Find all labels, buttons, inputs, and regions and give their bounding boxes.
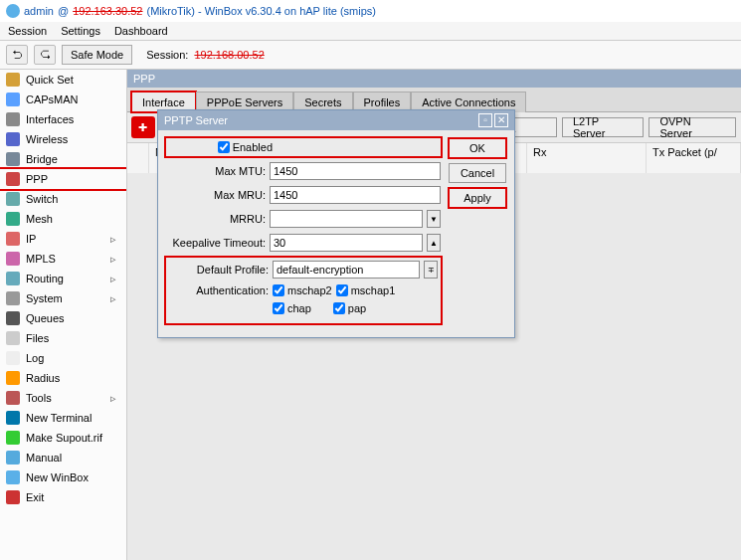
default-profile-input[interactable]: [273, 261, 420, 279]
sidebar-item-log[interactable]: Log: [0, 348, 126, 368]
sidebar-item-label: Tools: [26, 392, 52, 404]
sidebar-item-ppp[interactable]: PPP: [0, 169, 126, 189]
sidebar-item-label: IP: [26, 233, 36, 245]
sidebar-item-new-terminal[interactable]: New Terminal: [0, 408, 126, 428]
apply-button[interactable]: Apply: [449, 188, 506, 208]
sidebar-icon: [6, 112, 20, 126]
sidebar-icon: [6, 470, 20, 484]
ovpn-server-button[interactable]: OVPN Server: [648, 117, 736, 137]
l2tp-server-button[interactable]: L2TP Server: [562, 117, 645, 137]
sidebar-icon: [6, 232, 20, 246]
sidebar-item-label: Wireless: [26, 133, 68, 145]
safe-mode-button[interactable]: Safe Mode: [62, 45, 132, 65]
chevron-right-icon: ▹: [106, 292, 120, 305]
cancel-button[interactable]: Cancel: [449, 163, 506, 183]
app-icon: [6, 4, 20, 18]
sidebar-icon: [6, 212, 20, 226]
dialog-title: PPTP Server: [164, 114, 228, 126]
session-toolbar: ⮌ ⮎ Safe Mode Session: 192.168.00.52: [0, 41, 741, 70]
ok-button[interactable]: OK: [449, 138, 506, 158]
chevron-right-icon: ▹: [106, 233, 120, 246]
keepalive-label: Keepalive Timeout:: [166, 237, 266, 249]
sidebar-item-system[interactable]: System▹: [0, 288, 126, 308]
sidebar-item-capsman[interactable]: CAPsMAN: [0, 90, 126, 109]
title-ip: 192.163.30.52: [73, 5, 142, 17]
auth-chap[interactable]: chap: [273, 302, 311, 314]
menu-settings[interactable]: Settings: [61, 25, 100, 37]
sidebar-item-tools[interactable]: Tools▹: [0, 388, 126, 408]
dialog-menu-icon[interactable]: ▫: [478, 113, 492, 127]
title-user: admin: [24, 5, 54, 17]
sidebar-icon: [6, 490, 20, 504]
sidebar-item-label: Queues: [26, 312, 65, 324]
authentication-label: Authentication:: [169, 284, 269, 296]
sidebar-item-routing[interactable]: Routing▹: [0, 269, 126, 288]
sidebar-item-switch[interactable]: Switch: [0, 189, 126, 209]
keepalive-spin-icon[interactable]: ▲: [427, 234, 441, 252]
sidebar-item-mesh[interactable]: Mesh: [0, 209, 126, 229]
pptp-server-dialog: PPTP Server ▫ ✕ Enabled Ma: [157, 109, 515, 338]
mrru-input[interactable]: [270, 210, 423, 228]
sidebar-item-new-winbox[interactable]: New WinBox: [0, 467, 126, 487]
sidebar-item-ip[interactable]: IP▹: [0, 229, 126, 249]
col-tx-packet[interactable]: Tx Packet (p/: [647, 143, 741, 173]
sidebar-icon: [6, 172, 20, 186]
sidebar-item-quick-set[interactable]: Quick Set: [0, 70, 126, 90]
sidebar-item-label: Radius: [26, 372, 60, 384]
sidebar-item-bridge[interactable]: Bridge: [0, 149, 126, 169]
sidebar-item-label: Bridge: [26, 153, 58, 165]
sidebar-icon: [6, 391, 20, 405]
dialog-titlebar[interactable]: PPTP Server ▫ ✕: [158, 110, 514, 130]
ppp-window-title: PPP: [127, 70, 741, 88]
auth-mschap2[interactable]: mschap2: [273, 284, 332, 296]
sidebar-item-label: Quick Set: [26, 74, 74, 86]
back-button[interactable]: ⮌: [6, 45, 28, 65]
sidebar-item-label: PPP: [26, 173, 48, 185]
max-mtu-input[interactable]: [270, 162, 441, 180]
sidebar-icon: [6, 371, 20, 385]
forward-button[interactable]: ⮎: [34, 45, 56, 65]
sidebar-icon: [6, 451, 20, 465]
menu-session[interactable]: Session: [8, 25, 47, 37]
ppp-tabs: Interface PPPoE Servers Secrets Profiles…: [127, 88, 741, 111]
sidebar-item-make-supout-rif[interactable]: Make Supout.rif: [0, 428, 126, 448]
sidebar-item-manual[interactable]: Manual: [0, 448, 126, 467]
sidebar-item-label: Interfaces: [26, 113, 74, 125]
sidebar-item-wireless[interactable]: Wireless: [0, 129, 126, 149]
sidebar-item-exit[interactable]: Exit: [0, 487, 126, 507]
sidebar-item-queues[interactable]: Queues: [0, 308, 126, 328]
sidebar-item-label: Files: [26, 332, 49, 344]
max-mru-label: Max MRU:: [166, 189, 266, 201]
title-app: (MikroTik) - WinBox v6.30.4 on hAP lite …: [147, 5, 376, 17]
sidebar-icon: [6, 311, 20, 325]
session-label: Session:: [146, 49, 188, 61]
col-rx[interactable]: Rx: [527, 143, 647, 173]
close-icon[interactable]: ✕: [494, 113, 508, 127]
dialog-buttons: OK Cancel Apply: [449, 138, 506, 329]
sidebar-item-mpls[interactable]: MPLS▹: [0, 249, 126, 269]
sidebar-item-radius[interactable]: Radius: [0, 368, 126, 388]
sidebar-icon: [6, 152, 20, 166]
keepalive-input[interactable]: [270, 234, 423, 252]
sidebar-item-label: New WinBox: [26, 471, 89, 483]
default-profile-dropdown-icon[interactable]: ∓: [424, 261, 438, 279]
add-button[interactable]: ✚: [132, 117, 154, 137]
sidebar-item-interfaces[interactable]: Interfaces: [0, 109, 126, 129]
enabled-input[interactable]: [218, 141, 230, 153]
menu-dashboard[interactable]: Dashboard: [114, 25, 168, 37]
auth-mschap1[interactable]: mschap1: [336, 284, 396, 296]
window-titlebar: admin@192.163.30.52 (MikroTik) - WinBox …: [0, 0, 741, 22]
sidebar-item-files[interactable]: Files: [0, 328, 126, 348]
mrru-spin-icon[interactable]: ▼: [427, 210, 441, 228]
sidebar-item-label: MPLS: [26, 253, 56, 265]
chevron-right-icon: ▹: [106, 253, 120, 266]
sidebar-item-label: Exit: [26, 491, 44, 503]
session-value: 192.168.00.52: [194, 49, 264, 61]
menubar: Session Settings Dashboard: [0, 22, 741, 41]
enabled-checkbox[interactable]: Enabled: [218, 141, 273, 153]
chevron-right-icon: ▹: [106, 273, 120, 285]
auth-pap[interactable]: pap: [333, 302, 366, 314]
max-mru-input[interactable]: [270, 186, 441, 204]
sidebar-item-label: Make Supout.rif: [26, 432, 102, 444]
sidebar-item-label: Mesh: [26, 213, 53, 225]
